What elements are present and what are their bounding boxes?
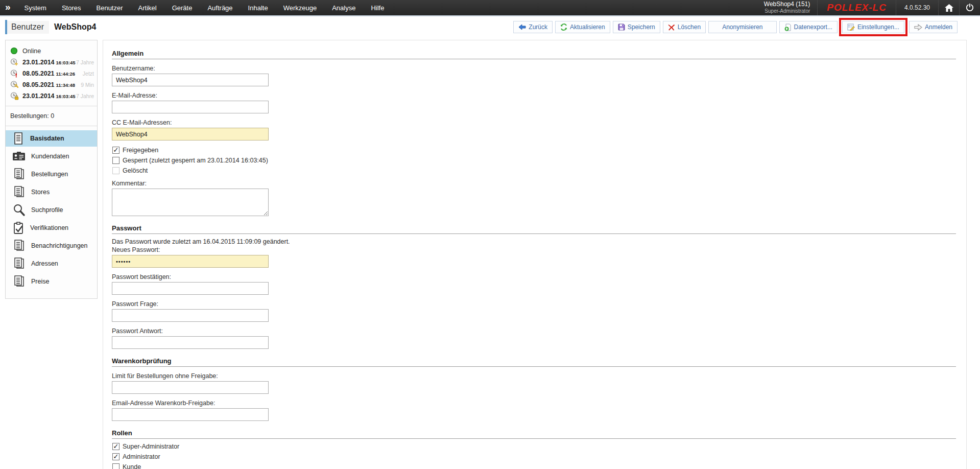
gesperrt-checkbox-row[interactable]: Gesperrt (zuletzt gesperrt am 23.01.2014…	[112, 157, 956, 164]
passwort-frage-label: Passwort Frage:	[112, 300, 956, 308]
online-status-label: Online	[22, 48, 41, 55]
current-user-name: WebShop4 (151)	[764, 1, 810, 8]
rolle-super-administrator-row[interactable]: Super-Administrator	[112, 443, 956, 450]
logout-power-button[interactable]	[960, 0, 980, 15]
clock-lock-icon	[10, 92, 19, 101]
menu-item-geraete[interactable]: Geräte	[164, 0, 200, 15]
passwort-bestaetigen-input[interactable]	[112, 282, 269, 295]
stacked-documents-icon	[12, 168, 26, 181]
stacked-documents-icon	[12, 275, 26, 288]
data-export-button[interactable]: Datenexport...	[779, 21, 838, 33]
app-logo: POLLEX-LC	[818, 2, 896, 13]
online-status: Online	[6, 45, 97, 57]
rolle-administrator-checkbox[interactable]	[112, 453, 119, 460]
rolle-kunde-row[interactable]: Kunde	[112, 463, 956, 469]
refresh-icon	[560, 24, 567, 31]
menu-item-benutzer[interactable]: Benutzer	[89, 0, 131, 15]
freigegeben-checkbox-row[interactable]: Freigegeben	[112, 147, 956, 154]
kommentar-textarea[interactable]	[112, 189, 269, 216]
benutzername-input[interactable]	[112, 74, 269, 86]
orders-count: Bestellungen: 0	[6, 110, 97, 122]
online-status-icon	[10, 47, 19, 56]
sidebar-item-suchprofile[interactable]: Suchprofile	[6, 202, 97, 218]
sidebar-item-benachrichtigungen[interactable]: Benachrichtigungen	[6, 238, 97, 254]
page-header-row: Benutzer WebShop4 Zurück Aktualisieren S…	[0, 16, 980, 37]
login-arrow-icon	[914, 24, 922, 31]
rolle-administrator-row[interactable]: Administrator	[112, 453, 956, 460]
email-label: E-Mail-Adresse:	[112, 92, 956, 99]
status-row-last-locked: 23.01.2014 16:03:45 7 Jahre	[6, 90, 97, 102]
passwort-bestaetigen-label: Passwort bestätigen:	[112, 273, 956, 280]
cc-email-label: CC E-Mail-Adressen:	[112, 119, 956, 126]
status-row-last-seen: 08.05.2021 11:44:26 Jetzt	[6, 68, 97, 79]
toolbar: Zurück Aktualisieren Speichern Löschen A…	[513, 21, 958, 33]
clock-star-icon	[10, 58, 19, 67]
status-row-created: 23.01.2014 16:03:45 7 Jahre	[6, 57, 97, 68]
menu-item-hilfe[interactable]: Hilfe	[363, 0, 392, 15]
anonymize-button[interactable]: Anonymisieren	[708, 21, 776, 33]
top-menu-bar: » System Stores Benutzer Artikel Geräte …	[0, 0, 980, 16]
menu-item-system[interactable]: System	[17, 0, 54, 15]
clipboard-check-icon	[12, 221, 25, 235]
rolle-super-administrator-checkbox[interactable]	[112, 443, 119, 450]
highlight-box: Einstellungen...	[839, 18, 907, 36]
home-icon	[945, 4, 953, 12]
rolle-kunde-checkbox[interactable]	[112, 463, 119, 469]
stacked-documents-icon	[12, 185, 26, 199]
sidebar-item-verifikationen[interactable]: Verifikationen	[6, 220, 97, 236]
login-as-user-button[interactable]: Anmelden	[909, 21, 958, 33]
search-icon	[12, 203, 26, 217]
limit-label: Limit für Bestellungen ohne Freigabe:	[112, 372, 956, 380]
geloescht-label: Gelöscht	[123, 167, 148, 174]
email-input[interactable]	[112, 101, 269, 113]
menu-item-auftraege[interactable]: Aufträge	[200, 0, 240, 15]
menu-item-analyse[interactable]: Analyse	[324, 0, 363, 15]
warenkorb-email-label: Email-Adresse Warenkorb-Freigabe:	[112, 400, 956, 407]
menu-item-stores[interactable]: Stores	[54, 0, 89, 15]
freigegeben-label: Freigegeben	[123, 147, 158, 154]
menu-item-artikel[interactable]: Artikel	[131, 0, 164, 15]
passwort-frage-input[interactable]	[112, 309, 269, 322]
main-menu: System Stores Benutzer Artikel Geräte Au…	[17, 0, 392, 15]
back-arrow-icon	[518, 24, 526, 30]
refresh-button[interactable]: Aktualisieren	[555, 21, 610, 33]
sidebar-item-kundendaten[interactable]: Kundendaten	[6, 148, 97, 165]
settings-button[interactable]: Einstellungen...	[842, 21, 904, 33]
menu-item-inhalte[interactable]: Inhalte	[241, 0, 276, 15]
sidebar-item-preise[interactable]: Preise	[6, 273, 97, 290]
geloescht-checkbox-row: Gelöscht	[112, 167, 956, 174]
document-icon	[12, 132, 25, 145]
delete-button[interactable]: Löschen	[663, 21, 706, 33]
sidebar-item-bestellungen[interactable]: Bestellungen	[6, 166, 97, 182]
collapse-chevrons-icon[interactable]: »	[0, 2, 17, 14]
app-version: 4.0.52.30	[896, 4, 938, 11]
home-button[interactable]	[939, 0, 959, 15]
warenkorb-email-input[interactable]	[112, 408, 269, 421]
main-panel: Allgemein Benutzername: E-Mail-Adresse: …	[103, 40, 967, 469]
save-disk-icon	[618, 24, 625, 31]
breadcrumb-context: Benutzer	[7, 21, 49, 34]
limit-input[interactable]	[112, 381, 269, 394]
save-button[interactable]: Speichern	[613, 21, 660, 33]
gesperrt-checkbox[interactable]	[112, 157, 119, 164]
back-button[interactable]: Zurück	[513, 21, 553, 33]
cc-email-input[interactable]	[112, 128, 269, 140]
menu-item-werkzeuge[interactable]: Werkzeuge	[276, 0, 325, 15]
passwort-antwort-input[interactable]	[112, 336, 269, 349]
sidebar-item-stores[interactable]: Stores	[6, 184, 97, 200]
section-heading-rollen: Rollen	[112, 429, 956, 439]
neues-passwort-label: Neues Passwort:	[112, 246, 956, 253]
section-heading-allgemein: Allgemein	[112, 50, 956, 59]
current-user-info[interactable]: WebShop4 (151) Super-Administrator	[757, 1, 818, 14]
sidebar-item-basisdaten[interactable]: Basisdaten	[6, 130, 97, 147]
divider	[6, 126, 97, 126]
sidebar-item-adressen[interactable]: Adressen	[6, 255, 97, 272]
freigegeben-checkbox[interactable]	[112, 147, 119, 154]
section-heading-warenkorbpruefung: Warenkorbprüfung	[112, 357, 956, 367]
stacked-documents-icon	[12, 257, 26, 270]
delete-x-icon	[668, 24, 675, 31]
stacked-documents-icon	[12, 239, 26, 252]
neues-passwort-input[interactable]	[112, 255, 269, 268]
passwort-info-text: Das Passwort wurde zuletzt am 16.04.2015…	[112, 238, 956, 245]
status-row-last-login: 08.05.2021 11:34:48 9 Min	[6, 79, 97, 90]
